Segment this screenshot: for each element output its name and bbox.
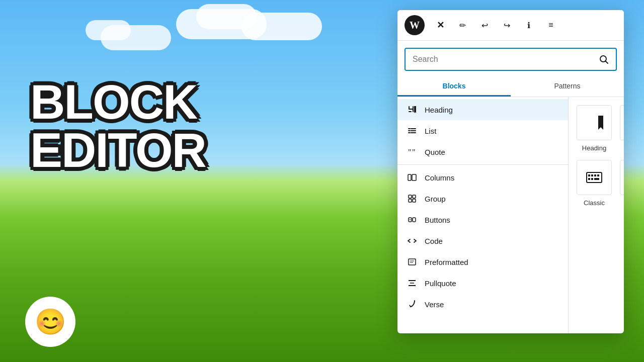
hero-line1: BLOCK [30,78,206,126]
hero-text: BLOCK EDITOR [30,78,206,174]
pattern-item-code[interactable]: Code [620,160,624,207]
patterns-grid: Heading List [569,97,624,333]
pattern-icon-list [620,105,624,140]
block-item-group[interactable]: Group [397,188,568,209]
block-label-list: List [425,127,436,135]
svg-rect-38 [594,178,599,180]
pattern-icon-heading [577,105,612,140]
preformatted-icon [407,256,418,267]
tab-patterns[interactable]: Patterns [511,77,624,97]
svg-rect-36 [588,178,590,180]
svg-text:": " [408,148,412,156]
tab-blocks[interactable]: Blocks [397,77,511,97]
pattern-label-classic: Classic [584,199,605,207]
svg-rect-33 [591,174,593,176]
block-label-pullquote: Pullquote [425,279,456,288]
svg-rect-34 [594,174,596,176]
block-item-preformatted[interactable]: Preformatted [397,251,568,273]
svg-rect-11 [412,174,416,180]
undo-button[interactable]: ↩ [476,17,493,34]
pattern-item-heading[interactable]: Heading [577,105,612,152]
search-submit-button[interactable] [592,49,616,69]
cloud-5 [86,20,131,40]
panel-body: Heading List [397,97,624,333]
pullquote-icon [407,278,418,289]
block-item-pullquote[interactable]: Pullquote [397,273,568,294]
svg-rect-13 [413,195,416,198]
buttons-icon [407,214,418,225]
svg-rect-17 [413,218,416,222]
redo-button[interactable]: ↪ [498,17,515,34]
pattern-item-list[interactable]: List [620,105,624,152]
pattern-icon-code [620,160,624,195]
block-label-columns: Columns [425,173,454,182]
main-panel: W ✕ ✏ ↩ ↪ ℹ ≡ Blocks Patterns [397,10,624,333]
svg-rect-10 [408,174,411,180]
block-label-quote: Quote [425,148,445,156]
search-bar [405,48,617,71]
svg-rect-37 [591,178,593,180]
block-label-heading: Heading [425,106,453,114]
menu-button[interactable]: ≡ [542,17,559,34]
block-item-heading[interactable]: Heading [397,99,568,120]
svg-rect-12 [409,195,412,198]
block-item-columns[interactable]: Columns [397,167,568,188]
code-icon [407,235,418,246]
block-label-buttons: Buttons [425,216,450,224]
svg-line-1 [606,61,608,64]
block-item-verse[interactable]: Verse [397,294,568,315]
pencil-button[interactable]: ✏ [454,17,471,34]
group-icon [407,193,418,204]
svg-rect-15 [413,199,416,202]
svg-rect-31 [587,172,602,183]
block-label-verse: Verse [425,300,444,309]
tabs: Blocks Patterns [397,77,624,97]
pattern-icon-classic [577,160,612,195]
block-item-buttons[interactable]: Buttons [397,209,568,230]
wp-logo: W [405,15,425,35]
search-input[interactable] [406,49,592,70]
close-button[interactable]: ✕ [432,17,449,34]
info-button[interactable]: ℹ [520,17,537,34]
cloud-3 [242,13,322,40]
block-item-list[interactable]: List [397,120,568,141]
svg-rect-35 [597,174,599,176]
block-label-preformatted: Preformatted [425,258,468,266]
search-icon [599,54,609,64]
svg-text:": " [412,148,416,156]
divider-1 [397,164,568,165]
block-item-code[interactable]: Code [397,230,568,251]
bottom-logo: 😊 [25,297,75,347]
svg-rect-19 [409,259,416,265]
hero-line2: EDITOR [30,126,206,174]
block-label-group: Group [425,195,446,203]
block-list: Heading List [397,97,569,333]
block-item-quote[interactable]: " " Quote [397,141,568,162]
svg-rect-14 [409,199,412,202]
pattern-label-heading: Heading [582,144,606,152]
list-icon [407,125,418,136]
svg-rect-32 [588,174,590,176]
heading-icon [407,104,418,115]
block-label-code: Code [425,237,443,245]
columns-icon [407,172,418,183]
pattern-item-classic[interactable]: Classic [577,160,612,207]
quote-icon: " " [407,146,418,157]
verse-icon [407,299,418,310]
toolbar: W ✕ ✏ ↩ ↪ ℹ ≡ [397,10,624,41]
